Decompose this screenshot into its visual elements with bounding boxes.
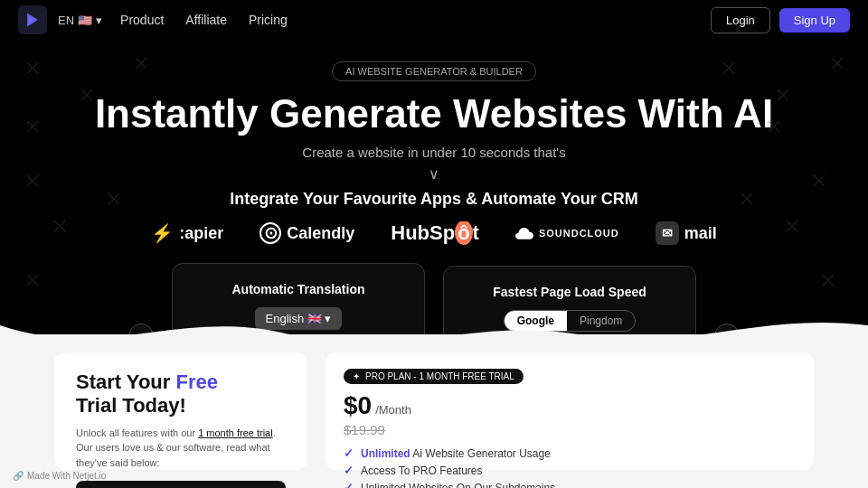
logo-mail: ✉ mail	[656, 221, 717, 245]
trial-title-end: Trial Today!	[76, 394, 186, 417]
login-button[interactable]: Login	[711, 7, 770, 33]
trial-card: Start Your Free Trial Today! Unlock all …	[54, 352, 307, 470]
pro-badge: ✦ PRO PLAN - 1 MONTH FREE TRIAL	[344, 369, 524, 384]
made-with-text: Made With Netjet.io	[27, 471, 106, 481]
feature-list: ✓ Unlimited Ai Website Generator Usage ✓…	[344, 446, 796, 488]
feature-3-text: Unlimited Websites On Our Subdomains	[361, 482, 555, 489]
unlimited-label: Unlimited	[361, 447, 410, 460]
price-value: $0	[344, 391, 372, 420]
trial-login-button[interactable]: Login	[76, 481, 286, 488]
language-selector[interactable]: EN 🇺🇸 ▾	[58, 14, 102, 27]
price-period: /Month	[375, 403, 411, 417]
feature-2-text: Access To PRO Features	[361, 465, 483, 477]
trial-desc: Unlock all features with our 1 month fre…	[76, 426, 286, 471]
pro-badge-text: PRO PLAN - 1 MONTH FREE TRIAL	[365, 371, 514, 381]
feature-item-3: ✓ Unlimited Websites On Our Subdomains	[344, 481, 796, 488]
feature-item-1: ✓ Unlimited Ai Website Generator Usage	[344, 446, 796, 460]
logo-soundcloud: SOUNDCLOUD	[515, 227, 619, 239]
check-icon-3: ✓	[344, 481, 354, 488]
translation-card-title: Automatic Translation	[191, 282, 406, 296]
nav-pricing[interactable]: Pricing	[249, 13, 288, 27]
logo[interactable]	[18, 5, 47, 34]
trial-desc-before: Unlock all features with our	[76, 427, 198, 438]
feature-item-2: ✓ Access To PRO Features	[344, 464, 796, 477]
pricing-card: ✦ PRO PLAN - 1 MONTH FREE TRIAL $0 /Mont…	[326, 352, 814, 470]
white-section: Start Your Free Trial Today! Unlock all …	[0, 334, 868, 488]
trial-link[interactable]: 1 month free trial	[198, 427, 273, 438]
nav-buttons: Login Sign Up	[711, 7, 850, 33]
hero-subtitle: Create a website in under 10 seconds tha…	[0, 145, 868, 160]
check-icon-1: ✓	[344, 446, 354, 460]
logo-calendly: ⊙ Calendly	[259, 222, 354, 244]
chevron-down-icon: ▾	[96, 14, 102, 27]
star-icon: ✦	[353, 371, 360, 381]
trial-title-start: Start Your	[76, 371, 175, 393]
logo-hubspot: HubSpôt	[391, 221, 479, 245]
old-price: $19.99	[344, 422, 796, 437]
integrate-text: Integrate Your Favourite Apps & Automate…	[0, 190, 868, 209]
made-with-icon: 🔗	[13, 471, 24, 481]
chevron-down-icon: ∨	[0, 165, 868, 183]
nav-links: Product Affiliate Pricing	[120, 13, 711, 27]
lang-label: EN	[58, 14, 74, 27]
hero-title: Instantly Generate Websites With AI	[0, 92, 868, 136]
trial-title-free: Free	[175, 371, 217, 393]
speed-card-title: Fastest Page Load Speed	[462, 285, 677, 299]
nav-affiliate[interactable]: Affiliate	[185, 13, 227, 27]
signup-button[interactable]: Sign Up	[779, 8, 850, 33]
logos-row: ⚡:apier ⊙ Calendly HubSpôt SOUNDCLOUD ✉ …	[0, 221, 868, 245]
price-row: $0 /Month	[344, 391, 796, 420]
feature-1-rest: Ai Website Generator Usage	[410, 447, 551, 460]
made-with-footer: 🔗 Made With Netjet.io	[13, 471, 106, 481]
trial-title: Start Your Free Trial Today!	[76, 371, 286, 418]
navbar: EN 🇺🇸 ▾ Product Affiliate Pricing Login …	[0, 0, 868, 40]
hero-section: AI WEBSITE GENERATOR & BUILDER Instantly…	[0, 40, 868, 361]
nav-product[interactable]: Product	[120, 13, 164, 27]
hero-badge: AI WEBSITE GENERATOR & BUILDER	[332, 61, 536, 81]
flag-icon: 🇺🇸	[78, 14, 92, 27]
check-icon-2: ✓	[344, 464, 354, 477]
logo-zapier: ⚡:apier	[151, 222, 223, 244]
